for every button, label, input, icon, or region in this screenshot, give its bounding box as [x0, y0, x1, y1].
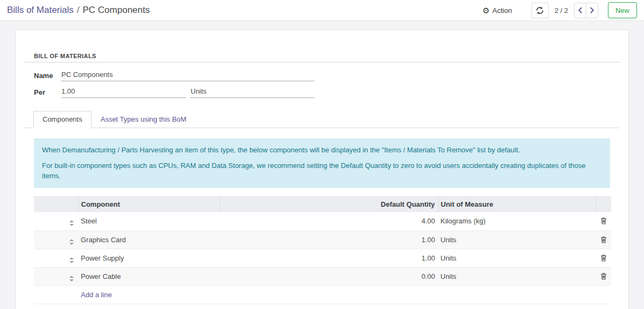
tab-asset-types[interactable]: Asset Types using this BoM [92, 111, 195, 128]
unit-cell[interactable]: Units [438, 267, 596, 285]
name-field-label: Name [34, 72, 61, 80]
handle-column-header [34, 196, 79, 212]
section-title: BILL OF MATERIALS [34, 53, 620, 59]
table-row: Steel 4.00 Kilograms (kg) [34, 212, 611, 230]
next-record-button[interactable] [586, 3, 598, 18]
add-a-line-link[interactable]: Add a line [79, 291, 112, 299]
topbar: Bills of Materials / PC Components ⚙ Act… [0, 0, 644, 21]
component-cell[interactable]: Power Cable [79, 267, 220, 285]
component-cell[interactable]: Graphics Card [79, 230, 220, 249]
unit-of-measure-column-header: Unit of Measure [438, 196, 596, 212]
per-field-row: Per [34, 86, 620, 98]
trash-icon [600, 237, 607, 245]
refresh-button[interactable] [531, 3, 549, 18]
component-column-header: Component [79, 196, 220, 212]
drag-handle-icon[interactable] [69, 239, 74, 245]
gear-icon: ⚙ [482, 6, 489, 15]
new-button[interactable]: New [608, 2, 637, 18]
drag-handle-icon[interactable] [69, 220, 74, 226]
notice-line-2: For built-in component types such as CPU… [42, 160, 602, 181]
breadcrumb: Bills of Materials / PC Components [7, 5, 150, 16]
topbar-actions: ⚙ Action 2 / 2 [482, 2, 637, 18]
per-quantity-input[interactable] [61, 87, 186, 98]
name-field-row: Name [34, 69, 620, 81]
pager-count: 2 / 2 [549, 6, 574, 15]
action-menu-button[interactable]: ⚙ Action [482, 6, 512, 15]
breadcrumb-parent-link[interactable]: Bills of Materials [7, 5, 74, 16]
unit-cell[interactable]: Units [438, 230, 596, 249]
delete-row-button[interactable] [598, 253, 609, 263]
chevron-right-icon [590, 7, 594, 13]
quantity-cell[interactable]: 1.00 [220, 249, 438, 267]
refresh-icon [536, 6, 544, 15]
tab-components[interactable]: Components [33, 111, 92, 128]
drag-handle-icon[interactable] [69, 276, 74, 282]
per-unit-input[interactable] [190, 87, 314, 98]
components-tab-content: When Demanufacturing / Parts Harvesting … [24, 128, 620, 304]
previous-record-button[interactable] [574, 3, 586, 18]
delete-row-button[interactable] [598, 271, 609, 281]
delete-row-button[interactable] [598, 216, 609, 226]
table-row: Power Supply 1.00 Units [34, 249, 611, 267]
quantity-cell[interactable]: 4.00 [220, 212, 438, 230]
quantity-cell[interactable]: 0.00 [220, 267, 438, 285]
drag-handle-icon[interactable] [69, 257, 74, 263]
table-header-row: Component Default Quantity Unit of Measu… [34, 196, 611, 212]
component-cell[interactable]: Power Supply [79, 249, 220, 267]
add-line-row: Add a line [34, 285, 611, 304]
breadcrumb-separator: / [77, 5, 80, 16]
unit-cell[interactable]: Units [438, 249, 596, 267]
trash-icon [600, 218, 607, 226]
action-menu-label: Action [493, 6, 512, 15]
chevron-left-icon [578, 7, 583, 13]
section-divider [24, 62, 620, 62]
table-row: Power Cable 0.00 Units [34, 267, 611, 285]
delete-row-button[interactable] [598, 235, 609, 244]
trash-icon [600, 273, 607, 282]
form-fields: Name Per [34, 69, 620, 98]
form-card: BILL OF MATERIALS Name Per Components As… [15, 30, 629, 309]
pager-nav [574, 3, 598, 18]
table-row: Graphics Card 1.00 Units [34, 230, 611, 249]
breadcrumb-current: PC Components [83, 5, 150, 16]
trash-icon [600, 255, 607, 263]
unit-cell[interactable]: Kilograms (kg) [438, 212, 596, 230]
name-input[interactable] [61, 70, 314, 81]
notice-line-1: When Demanufacturing / Parts Harvesting … [42, 145, 602, 155]
quantity-cell[interactable]: 1.00 [220, 230, 438, 249]
tabbar: Components Asset Types using this BoM [24, 111, 620, 128]
components-table: Component Default Quantity Unit of Measu… [34, 196, 611, 304]
info-notice: When Demanufacturing / Parts Harvesting … [34, 138, 610, 188]
default-quantity-column-header: Default Quantity [220, 196, 438, 212]
component-cell[interactable]: Steel [79, 212, 220, 230]
delete-column-header [596, 196, 611, 212]
per-field-label: Per [34, 88, 61, 96]
